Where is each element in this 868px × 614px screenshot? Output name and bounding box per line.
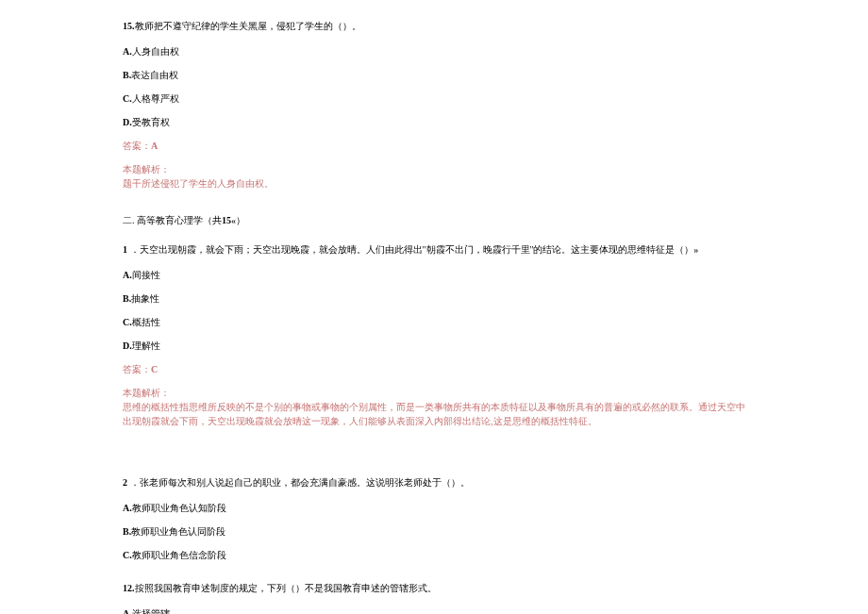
option-text-d: 理解性 bbox=[132, 340, 160, 351]
analysis-1-text: 思维的概括性指思维所反映的不是个别的事物或事物的个别属性，而是一类事物所共有的本… bbox=[123, 400, 745, 428]
option-2-c: C.教师职业角色信念阶段 bbox=[123, 548, 745, 562]
option-label-c: C. bbox=[123, 317, 132, 327]
question-1-text: ．天空出现朝霞，就会下雨；天空出现晚霞，就会放晴。人们由此得出"朝霞不出门，晚霞… bbox=[127, 244, 698, 255]
question-15-number: 15. bbox=[123, 21, 135, 31]
option-text-b: 抽象性 bbox=[131, 293, 159, 304]
section-2-title: 二. 高等教育心理学（共15«） bbox=[123, 213, 745, 227]
answer-1-value: C bbox=[151, 364, 158, 374]
option-label-c: C. bbox=[123, 550, 132, 560]
option-label-a: A. bbox=[123, 46, 132, 57]
question-2-header: 2 ．张老师每次和别人说起自己的职业，都会充满自豪感。这说明张老师处于（）。 bbox=[123, 475, 745, 490]
option-text-a: 人身自由权 bbox=[132, 46, 179, 57]
question-2-text: ．张老师每次和别人说起自己的职业，都会充满自豪感。这说明张老师处于（）。 bbox=[127, 477, 470, 488]
option-label-a: A. bbox=[123, 503, 132, 513]
analysis-15-label: 本题解析： bbox=[123, 162, 745, 176]
section-2-prefix: 二. 高等教育心理学（共 bbox=[123, 215, 222, 225]
option-label-d: D. bbox=[123, 340, 132, 351]
option-2-a: A.教师职业角色认知阶段 bbox=[123, 501, 745, 515]
option-text-b: 教师职业角色认同阶段 bbox=[131, 526, 225, 537]
question-15-text: 教师把不遵守纪律的学生关黑屋，侵犯了学生的（）。 bbox=[135, 21, 361, 31]
answer-1: 答案：C bbox=[123, 362, 745, 376]
analysis-15-text: 题干所述侵犯了学生的人身自由权。 bbox=[123, 176, 745, 191]
question-1-header: 1 ．天空出现朝霞，就会下雨；天空出现晚霞，就会放晴。人们由此得出"朝霞不出门，… bbox=[123, 242, 745, 257]
question-15-header: 15.教师把不遵守纪律的学生关黑屋，侵犯了学生的（）。 bbox=[123, 19, 745, 33]
analysis-1-label: 本题解析： bbox=[123, 386, 745, 400]
question-1: 1 ．天空出现朝霞，就会下雨；天空出现晚霞，就会放晴。人们由此得出"朝霞不出门，… bbox=[123, 242, 745, 428]
question-12-header: 12.按照我国教育申述制度的规定，下列（）不是我国教育申述的管辖形式。 bbox=[123, 581, 745, 595]
option-15-b: B.表达自由权 bbox=[123, 68, 745, 82]
option-15-c: C.人格尊严权 bbox=[123, 91, 745, 106]
option-15-d: D.受教育权 bbox=[123, 115, 745, 129]
option-2-b: B.教师职业角色认同阶段 bbox=[123, 524, 745, 539]
option-label-b: B. bbox=[123, 70, 131, 80]
option-12-a: A.选择管辖 bbox=[123, 606, 745, 614]
question-2: 2 ．张老师每次和别人说起自己的职业，都会充满自豪感。这说明张老师处于（）。 A… bbox=[123, 475, 745, 562]
question-12: 12.按照我国教育申述制度的规定，下列（）不是我国教育申述的管辖形式。 A.选择… bbox=[123, 581, 745, 614]
answer-15-value: A bbox=[151, 141, 158, 151]
option-text-a: 间接性 bbox=[132, 270, 160, 280]
answer-15: 答案：A bbox=[123, 139, 745, 153]
option-label-a: A. bbox=[123, 608, 132, 614]
option-label-b: B. bbox=[123, 293, 131, 304]
option-text-c: 概括性 bbox=[132, 317, 160, 327]
answer-1-label: 答案： bbox=[123, 364, 151, 374]
section-2-suffix: «） bbox=[231, 215, 245, 225]
option-1-d: D.理解性 bbox=[123, 339, 745, 353]
option-label-b: B. bbox=[123, 526, 131, 537]
option-text-c: 人格尊严权 bbox=[132, 93, 179, 104]
question-12-text: 按照我国教育申述制度的规定，下列（）不是我国教育申述的管辖形式。 bbox=[135, 583, 437, 593]
question-15: 15.教师把不遵守纪律的学生关黑屋，侵犯了学生的（）。 A.人身自由权 B.表达… bbox=[123, 19, 745, 191]
option-text-c: 教师职业角色信念阶段 bbox=[132, 550, 226, 560]
option-1-a: A.间接性 bbox=[123, 268, 745, 282]
option-text-a: 选择管辖 bbox=[132, 608, 170, 614]
option-label-c: C. bbox=[123, 93, 132, 104]
option-1-b: B.抽象性 bbox=[123, 291, 745, 306]
option-text-d: 受教育权 bbox=[132, 117, 170, 127]
option-text-b: 表达自由权 bbox=[131, 70, 178, 80]
option-1-c: C.概括性 bbox=[123, 315, 745, 329]
option-15-a: A.人身自由权 bbox=[123, 44, 745, 58]
question-12-number: 12. bbox=[123, 583, 135, 593]
option-text-a: 教师职业角色认知阶段 bbox=[132, 503, 226, 513]
option-label-a: A. bbox=[123, 270, 132, 280]
option-label-d: D. bbox=[123, 117, 132, 127]
answer-15-label: 答案： bbox=[123, 141, 151, 151]
section-2-num: 15 bbox=[222, 215, 231, 225]
